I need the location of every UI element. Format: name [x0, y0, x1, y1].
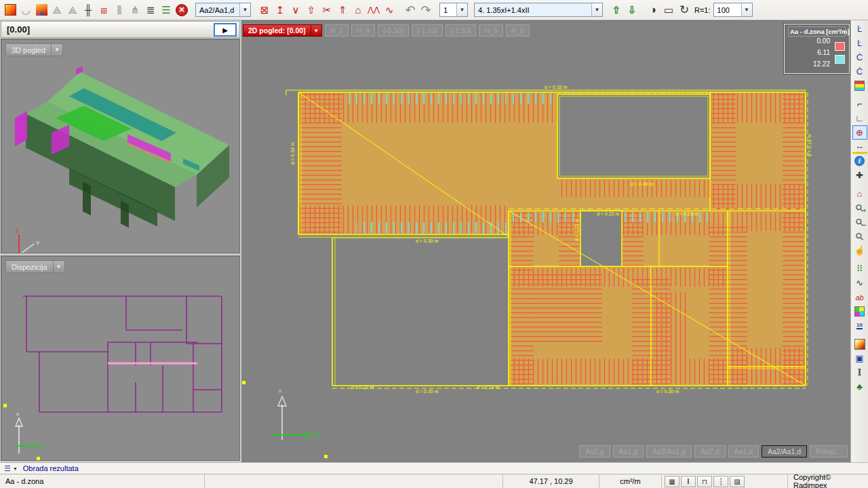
chevron-down-icon[interactable]: ▼ — [591, 3, 602, 16]
pan-hand-icon[interactable]: ☝ — [852, 243, 867, 258]
beam-diagram-l2-icon[interactable]: Ŀ — [852, 36, 867, 50]
tab-aa1g[interactable]: Aa1,g — [613, 445, 644, 458]
zoom-in-icon[interactable]: ⚲+ — [852, 201, 867, 215]
tree-icon[interactable]: ♣ — [852, 380, 867, 394]
steel-section-icon[interactable]: I — [852, 365, 867, 380]
rotate-view-icon[interactable]: ↻ — [677, 3, 692, 18]
tab-level-h2[interactable]: H_2 — [325, 24, 349, 37]
svg-text:d = 0.23 m: d = 0.23 m — [597, 211, 619, 216]
text-label-icon[interactable]: ab — [852, 290, 867, 304]
model-3d-icon[interactable]: ▣ — [852, 351, 867, 365]
tab-aa2g[interactable]: Aa2,g — [579, 445, 610, 458]
angle-icon[interactable]: ∟ — [852, 111, 867, 125]
tower-icon[interactable]: ⟁ — [50, 3, 64, 18]
tab-level-minus110[interactable]: [-1.10] — [412, 24, 443, 37]
model-3d-drawing: Z Y X — [1, 39, 239, 253]
lift-slab-icon[interactable]: ⇧ — [304, 3, 319, 18]
offset-bars-icon[interactable]: ⫼ — [112, 3, 127, 18]
close-icon[interactable]: ✕ — [174, 3, 189, 18]
move-icon[interactable]: ✚ — [852, 168, 867, 182]
roof-icon[interactable]: ⌂ — [351, 3, 366, 18]
chevron-down-icon[interactable]: ▼ — [741, 3, 752, 16]
grid-toggle-button[interactable]: ▦ — [665, 476, 679, 487]
tab-aa2aa1d-active[interactable]: Aa2/Aa1,d — [762, 445, 807, 458]
toolbar-separator — [604, 3, 608, 18]
plane-corner-icon[interactable]: ⌐ — [852, 97, 867, 111]
viewport-disposition[interactable]: Dispozicija ▼ — [1, 256, 240, 461]
tab-level-minus050[interactable]: [-0.50] — [378, 24, 409, 37]
info-icon[interactable]: i — [852, 154, 867, 168]
tab-prikaz[interactable]: Prikaz... — [810, 445, 848, 458]
wave-icon[interactable]: ∿ — [382, 3, 397, 18]
chevron-down-icon[interactable]: ▼ — [13, 466, 18, 471]
valley-icon[interactable]: ∨ — [288, 3, 303, 18]
step-dropdown[interactable]: 1 ▼ — [439, 3, 468, 17]
selection-rect-icon[interactable]: ▭ — [661, 3, 676, 18]
bracket-toggle-button[interactable]: ⊓ — [697, 476, 712, 487]
toolbar-separator — [434, 3, 439, 18]
palette-icon[interactable] — [852, 304, 867, 319]
tab-aa1d[interactable]: Aa1,d — [728, 445, 759, 458]
list-bars-icon[interactable]: ≣ — [143, 3, 158, 18]
import-icon[interactable]: ⇧ — [609, 3, 624, 18]
undo-icon[interactable]: ↶ — [403, 3, 418, 18]
section-bars-icon[interactable]: ╫ — [81, 3, 96, 18]
svg-text:d = 0.33 m: d = 0.33 m — [545, 85, 567, 89]
view-3d-button[interactable]: 3D pogled ▼ — [5, 43, 63, 56]
isolines-icon[interactable] — [852, 337, 867, 351]
zoom-out-icon[interactable]: ⚲− — [852, 215, 867, 229]
raise-point-icon[interactable]: ↥ — [273, 3, 288, 18]
scissors-icon[interactable]: ✂ — [319, 3, 334, 18]
tab-aa2d[interactable]: Aa2,d — [694, 445, 725, 458]
chevron-down-icon[interactable]: ▼ — [456, 3, 467, 16]
chevron-down-icon[interactable]: ▼ — [54, 260, 65, 273]
joint-member-icon[interactable]: ⋔ — [127, 3, 142, 18]
tab-level-minus150[interactable]: [-1.50] — [446, 24, 477, 37]
contrast-icon[interactable]: ◑ — [646, 3, 660, 18]
chevron-down-icon[interactable]: ▼ — [239, 3, 250, 16]
zone-dropdown[interactable]: Aa2/Aa1,d ▼ — [195, 3, 251, 17]
load-case-dropdown[interactable]: 4. 1.35xI+1.4xII ▼ — [474, 3, 603, 17]
menu-icon[interactable]: ☰ — [4, 464, 11, 473]
scale-dropdown[interactable]: 100 ▼ — [713, 3, 753, 17]
redo-icon[interactable]: ↷ — [418, 3, 433, 18]
tab-level-h5[interactable]: H_5 — [479, 24, 502, 37]
zoom-extents-icon[interactable]: ⌂ — [852, 186, 867, 201]
tower-numbered-icon[interactable]: ⟁ — [65, 3, 80, 18]
zoom-window-icon[interactable]: ⚲ — [852, 229, 867, 243]
disposition-button[interactable]: Dispozicija ▼ — [5, 260, 65, 273]
chevron-down-icon[interactable]: ▼ — [52, 43, 63, 56]
beam-diagram-c1-icon[interactable]: Ċ — [852, 50, 867, 64]
level-list-icon[interactable]: ☰ — [159, 3, 174, 18]
mesh-numbers-icon[interactable]: ⠿ — [852, 262, 867, 276]
workflow-bar: ☰ ▼ Obrada rezultata — [0, 462, 868, 474]
beam-diagram-l1-icon[interactable]: Ŀ — [852, 22, 867, 36]
dimension-icon[interactable]: ↔ — [852, 140, 867, 154]
ridges-icon[interactable]: ⋀⋀ — [366, 3, 381, 18]
chevron-down-icon[interactable]: ▼ — [311, 25, 321, 36]
beam-diagram-c2-icon[interactable]: Ċ — [852, 64, 867, 79]
dimension-10-icon[interactable]: 10 — [852, 319, 867, 333]
level-title-bar: [0.00] ▶ — [1, 21, 240, 38]
dashed-toggle-button[interactable]: ┆ — [713, 476, 728, 487]
export-icon[interactable]: ⇩ — [625, 3, 639, 18]
tab-level-h6[interactable]: H_6 — [506, 24, 530, 37]
cable-sag-icon[interactable]: ◡ — [18, 3, 33, 18]
stamp-region-icon[interactable]: ⧈ — [96, 3, 111, 18]
tab-level-h4[interactable]: H_4 — [351, 24, 375, 37]
extrude-up-icon[interactable]: ⇑ — [335, 3, 350, 18]
expand-panel-button[interactable]: ▶ — [214, 23, 237, 37]
viewport-3d[interactable]: 3D pogled ▼ — [1, 39, 240, 253]
axes-toggle-button[interactable]: I — [681, 476, 696, 487]
colorbar-icon[interactable] — [852, 79, 867, 93]
delete-mesh-icon[interactable]: ⊠ — [257, 3, 272, 18]
slope-gradient-icon[interactable]: ▲ — [34, 3, 49, 18]
tab-aa2aa1g[interactable]: Aa2/Aa1,g — [646, 445, 692, 458]
main-2d-view[interactable]: 2D pogled: [0.00] ▼ H_2 H_4 [-0.50] [-1.… — [241, 20, 850, 462]
workflow-label[interactable]: Obrada rezultata — [23, 464, 79, 472]
center-target-icon[interactable]: ⊕ — [852, 125, 867, 140]
tab-2d-view-active[interactable]: 2D pogled: [0.00] ▼ — [243, 24, 322, 37]
hatch-toggle-button[interactable]: ▨ — [730, 476, 745, 487]
surface-gradient-icon[interactable] — [3, 3, 18, 18]
polyline-icon[interactable]: ∿ — [852, 276, 867, 290]
